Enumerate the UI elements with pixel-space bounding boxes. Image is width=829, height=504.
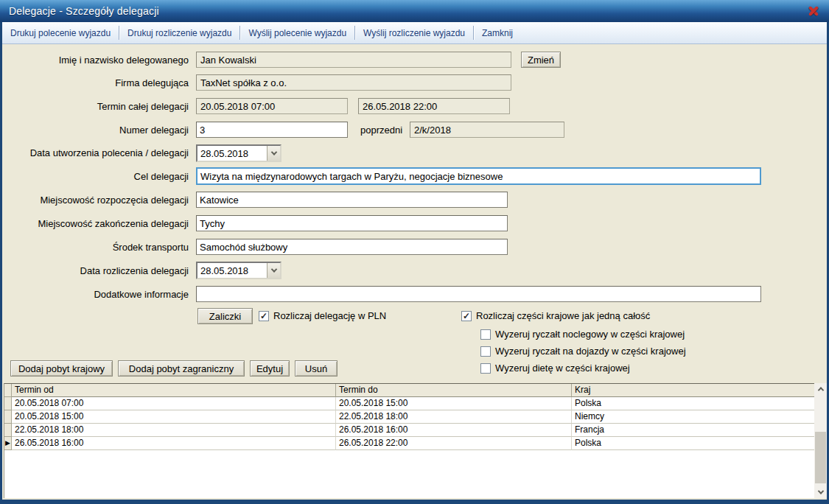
table-cell[interactable]: Niemcy (572, 410, 815, 424)
zero-diet-checkbox-group[interactable]: Wyzeruj dietę w części krajowej (480, 363, 630, 374)
creation-date-combo[interactable]: 28.05.2018 (196, 144, 281, 162)
table-cell[interactable]: 20.05.2018 07:00 (12, 397, 336, 410)
settlement-date-dropdown-button[interactable] (267, 263, 280, 278)
table-cell[interactable]: 20.05.2018 15:00 (336, 397, 572, 410)
toolbar: Drukuj polecenie wyjazdu Drukuj rozlicze… (2, 22, 827, 44)
pln-checkbox-group[interactable]: Rozliczaj delegację w PLN (259, 310, 386, 321)
creation-date-value: 28.05.2018 (197, 148, 267, 159)
zero-transit-checkbox-group[interactable]: Wyzeruj ryczałt na dojazdy w części kraj… (480, 346, 686, 357)
previous-number-field: 2/k/2018 (410, 122, 564, 138)
zero-diet-checkbox-label: Wyzeruj dietę w części krajowej (495, 363, 630, 374)
row-selector-cell[interactable] (4, 397, 12, 410)
settlement-date-combo[interactable]: 28.05.2018 (196, 262, 281, 279)
window-bottom-border (0, 500, 829, 504)
previous-number-label: poprzedni (360, 125, 402, 136)
term-from-field: 20.05.2018 07:00 (196, 98, 348, 114)
table-cell[interactable]: 20.05.2018 15:00 (12, 410, 336, 424)
title-bar: Delegacje - Szczegóły delegacji (0, 0, 829, 22)
column-header-termin-do[interactable]: Termin do (336, 384, 572, 397)
purpose-input[interactable] (196, 167, 761, 185)
creation-date-label: Data utworzenia polecenia / delegacji (0, 147, 189, 158)
extra-info-input[interactable] (196, 286, 761, 302)
table-row[interactable]: 22.05.2018 18:0026.05.2018 16:00Francja (4, 424, 814, 437)
end-city-input[interactable] (196, 215, 508, 231)
table-cell[interactable]: 22.05.2018 18:00 (12, 424, 336, 437)
row-selector-cell[interactable] (4, 424, 12, 437)
number-input[interactable] (196, 122, 348, 138)
zero-diet-checkbox[interactable] (480, 363, 491, 374)
zero-lodging-checkbox-group[interactable]: Wyzeruj ryczałt noclegowy w części krajo… (480, 329, 685, 340)
table-row[interactable]: 20.05.2018 15:0022.05.2018 18:00Niemcy (4, 410, 814, 424)
purpose-label: Cel delegacji (0, 171, 189, 182)
domestic-whole-checkbox[interactable] (461, 311, 472, 321)
table-vertical-scrollbar[interactable] (814, 383, 827, 498)
advances-button[interactable]: Zaliczki (197, 308, 253, 324)
zero-lodging-checkbox[interactable] (480, 329, 491, 340)
settlement-date-value: 28.05.2018 (197, 265, 267, 276)
pln-checkbox[interactable] (259, 311, 269, 321)
send-travel-order-button[interactable]: Wyślij polecenie wyjazdu (240, 22, 354, 43)
stays-table-header: Termin od Termin do Kraj (4, 384, 814, 397)
scroll-up-icon[interactable] (814, 383, 827, 395)
zero-transit-checkbox[interactable] (480, 346, 491, 357)
close-button[interactable]: Zamknij (474, 22, 521, 43)
domestic-whole-checkbox-group[interactable]: Rozliczaj części krajowe jak jedną całoś… (461, 310, 650, 321)
delegation-details-window: Delegacje - Szczegóły delegacji Drukuj p… (0, 0, 829, 504)
end-city-label: Miejscowość zakończenia delegacji (0, 218, 189, 229)
company-label: Firma delegująca (0, 77, 189, 88)
pln-checkbox-label: Rozliczaj delegację w PLN (273, 310, 386, 321)
close-icon[interactable] (807, 5, 820, 17)
term-label: Termin całej delegacji (0, 101, 189, 112)
edit-stay-button[interactable]: Edytuj (250, 360, 290, 377)
send-travel-settlement-button[interactable]: Wyślij rozliczenie wyjazdu (355, 22, 473, 43)
table-cell[interactable]: Francja (572, 424, 815, 437)
table-cell[interactable]: Polska (572, 437, 815, 450)
row-selector-cell[interactable] (4, 410, 12, 424)
column-header-termin-od[interactable]: Termin od (12, 384, 336, 397)
column-header-kraj[interactable]: Kraj (572, 384, 815, 397)
change-delegate-button[interactable]: Zmień (521, 52, 561, 68)
number-label: Numer delegacji (0, 125, 189, 136)
chevron-down-icon (270, 266, 276, 272)
delegate-name-label: Imię i nazwisko delegowanego (0, 55, 189, 66)
row-selector-cell[interactable]: ▶ (4, 437, 12, 450)
add-foreign-stay-button[interactable]: Dodaj pobyt zagraniczny (118, 360, 245, 377)
print-travel-order-button[interactable]: Drukuj polecenie wyjazdu (2, 22, 119, 43)
print-travel-settlement-button[interactable]: Drukuj rozliczenie wyjazdu (119, 22, 239, 43)
settlement-date-label: Data rozliczenia delegacji (0, 265, 189, 276)
table-row[interactable]: ▶26.05.2018 16:0026.05.2018 22:00Polska (4, 437, 814, 450)
scrollbar-thumb[interactable] (815, 432, 826, 483)
delegate-name-field: Jan Kowalski (196, 52, 511, 68)
row-selector-header-cell (4, 384, 12, 397)
table-cell[interactable]: Polska (572, 397, 815, 410)
table-cell[interactable]: 26.05.2018 16:00 (12, 437, 336, 450)
table-row[interactable]: 20.05.2018 07:0020.05.2018 15:00Polska (4, 397, 814, 410)
stays-table-body: 20.05.2018 07:0020.05.2018 15:00Polska20… (4, 397, 814, 450)
creation-date-dropdown-button[interactable] (267, 146, 280, 161)
term-to-field: 26.05.2018 22:00 (358, 98, 510, 114)
domestic-whole-checkbox-label: Rozliczaj części krajowe jak jedną całoś… (476, 310, 650, 321)
table-cell[interactable]: 26.05.2018 22:00 (336, 437, 572, 450)
window-title: Delegacje - Szczegóły delegacji (9, 5, 159, 17)
scroll-down-icon[interactable] (814, 486, 827, 498)
add-domestic-stay-button[interactable]: Dodaj pobyt krajowy (10, 360, 113, 377)
transport-label: Środek transportu (0, 242, 189, 253)
table-cell[interactable]: 22.05.2018 18:00 (336, 410, 572, 424)
chevron-down-icon (270, 149, 276, 155)
table-cell[interactable]: 26.05.2018 16:00 (336, 424, 572, 437)
extra-info-label: Dodatkowe informacje (0, 289, 189, 300)
company-field: TaxNet spółka z o.o. (196, 74, 511, 91)
start-city-label: Miejscowość rozpoczęcia delegacji (0, 195, 189, 206)
delete-stay-button[interactable]: Usuń (295, 360, 337, 377)
stays-table: Termin od Termin do Kraj 20.05.2018 07:0… (4, 383, 814, 498)
zero-lodging-checkbox-label: Wyzeruj ryczałt noclegowy w części krajo… (495, 329, 685, 340)
transport-input[interactable] (196, 239, 508, 255)
start-city-input[interactable] (196, 192, 508, 208)
zero-transit-checkbox-label: Wyzeruj ryczałt na dojazdy w części kraj… (495, 346, 686, 357)
